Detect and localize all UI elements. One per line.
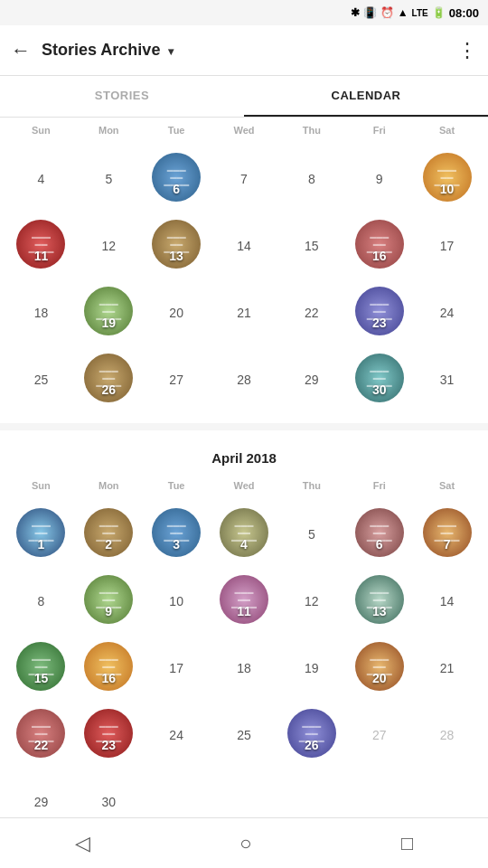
status-bar: ✱ 📳 ⏰ ▲ LTE 🔋 08:00 <box>0 0 488 25</box>
calendar-scroll-area[interactable]: Sun Mon Tue Wed Thu Fri Sat 45▬▬▬▬▬▬▬▬▬6… <box>0 118 488 859</box>
calendar-day-11[interactable]: ▬▬▬▬▬▬▬▬▬11 <box>7 213 75 275</box>
apr-day-thu: Thu <box>277 476 345 495</box>
calendar-day-20[interactable]: ▬▬▬▬▬▬▬▬▬20 <box>345 636 413 697</box>
calendar-day-13[interactable]: ▬▬▬▬▬▬▬▬▬13 <box>345 569 413 630</box>
calendar-day-4[interactable]: ▬▬▬▬▬▬▬▬▬4 <box>211 502 278 563</box>
day-header-mon: Mon <box>75 121 143 139</box>
calendar-day-4: 4 <box>7 146 75 208</box>
calendar-day-23[interactable]: ▬▬▬▬▬▬▬▬▬23 <box>75 703 143 764</box>
day-header-thu: Thu <box>277 121 345 139</box>
march-section: Sun Mon Tue Wed Thu Fri Sat 45▬▬▬▬▬▬▬▬▬6… <box>0 118 488 420</box>
calendar-day-6[interactable]: ▬▬▬▬▬▬▬▬▬6 <box>143 146 211 208</box>
calendar-day-13[interactable]: ▬▬▬▬▬▬▬▬▬13 <box>143 213 211 275</box>
calendar-day-28: 28 <box>413 703 481 764</box>
calendar-day-27: 27 <box>345 703 413 764</box>
calendar-day-18: 18 <box>211 636 278 697</box>
back-button[interactable]: ← <box>11 39 31 62</box>
calendar-day-10: 10 <box>143 569 211 630</box>
april-calendar-grid: ▬▬▬▬▬▬▬▬▬1▬▬▬▬▬▬▬▬▬2▬▬▬▬▬▬▬▬▬3▬▬▬▬▬▬▬▬▬4… <box>7 498 481 842</box>
calendar-day-5: 5 <box>75 146 143 208</box>
day-header-wed: Wed <box>211 121 278 139</box>
apr-day-tue: Tue <box>143 476 211 495</box>
day-header-sun: Sun <box>7 121 75 139</box>
apr-day-sat: Sat <box>413 476 481 495</box>
lte-icon: LTE <box>412 8 428 18</box>
calendar-day-8: 8 <box>7 569 75 630</box>
calendar-day-19[interactable]: ▬▬▬▬▬▬▬▬▬19 <box>75 280 143 342</box>
calendar-day-12: 12 <box>75 213 143 275</box>
alarm-icon: ⏰ <box>380 6 394 19</box>
calendar-day-11[interactable]: ▬▬▬▬▬▬▬▬▬11 <box>211 569 278 630</box>
calendar-day-9[interactable]: ▬▬▬▬▬▬▬▬▬9 <box>75 569 143 630</box>
calendar-day-3[interactable]: ▬▬▬▬▬▬▬▬▬3 <box>143 502 211 563</box>
status-icons: ✱ 📳 ⏰ ▲ LTE 🔋 <box>351 6 446 19</box>
calendar-day-31: 31 <box>413 347 481 409</box>
calendar-day-17: 17 <box>143 636 211 697</box>
calendar-day-10[interactable]: ▬▬▬▬▬▬▬▬▬10 <box>413 146 481 208</box>
april-month-label: April 2018 <box>7 434 481 473</box>
title-text: Stories Archive <box>42 41 160 59</box>
calendar-day-24: 24 <box>143 703 211 764</box>
calendar-day-27: 27 <box>143 347 211 409</box>
calendar-day-2[interactable]: ▬▬▬▬▬▬▬▬▬2 <box>75 502 143 563</box>
calendar-day-30[interactable]: ▬▬▬▬▬▬▬▬▬30 <box>345 347 413 409</box>
calendar-day-15: 15 <box>277 213 345 275</box>
apr-day-sun: Sun <box>7 476 75 495</box>
calendar-day-22[interactable]: ▬▬▬▬▬▬▬▬▬22 <box>7 703 75 764</box>
calendar-day-17: 17 <box>413 213 481 275</box>
calendar-day-21: 21 <box>211 280 278 342</box>
tab-calendar[interactable]: CALENDAR <box>244 76 488 117</box>
calendar-day-16[interactable]: ▬▬▬▬▬▬▬▬▬16 <box>75 636 143 697</box>
calendar-day-29: 29 <box>277 347 345 409</box>
calendar-day-15[interactable]: ▬▬▬▬▬▬▬▬▬15 <box>7 636 75 697</box>
calendar-day-19: 19 <box>277 636 345 697</box>
apr-day-fri: Fri <box>345 476 413 495</box>
calendar-day-23[interactable]: ▬▬▬▬▬▬▬▬▬23 <box>345 280 413 342</box>
march-day-headers: Sun Mon Tue Wed Thu Fri Sat <box>7 118 481 143</box>
calendar-day-9: 9 <box>345 146 413 208</box>
calendar-day-5: 5 <box>277 502 345 563</box>
calendar-day-12: 12 <box>277 569 345 630</box>
april-day-headers: Sun Mon Tue Wed Thu Fri Sat <box>7 473 481 498</box>
apr-day-mon: Mon <box>75 476 143 495</box>
april-section: April 2018 Sun Mon Tue Wed Thu Fri Sat ▬… <box>0 434 488 842</box>
apr-day-wed: Wed <box>211 476 278 495</box>
nav-back-button[interactable]: ◁ <box>57 825 108 863</box>
nav-recent-button[interactable]: □ <box>383 825 431 863</box>
calendar-day-26[interactable]: ▬▬▬▬▬▬▬▬▬26 <box>277 703 345 764</box>
calendar-day-21: 21 <box>413 636 481 697</box>
nav-home-button[interactable]: ○ <box>221 825 269 863</box>
calendar-day-7[interactable]: ▬▬▬▬▬▬▬▬▬7 <box>413 502 481 563</box>
page-title: Stories Archive ▾ <box>42 41 457 60</box>
march-calendar-grid: 45▬▬▬▬▬▬▬▬▬6789▬▬▬▬▬▬▬▬▬10▬▬▬▬▬▬▬▬▬1112▬… <box>7 143 481 420</box>
calendar-day-25: 25 <box>7 347 75 409</box>
section-divider <box>0 423 488 430</box>
battery-icon: 🔋 <box>432 6 446 19</box>
day-header-tue: Tue <box>143 121 211 139</box>
calendar-day-7: 7 <box>211 146 278 208</box>
bottom-navigation: ◁ ○ □ <box>0 817 488 868</box>
bluetooth-icon: ✱ <box>351 6 360 19</box>
calendar-day-18: 18 <box>7 280 75 342</box>
more-options-button[interactable]: ⋮ <box>457 39 477 62</box>
signal-icon: ▲ <box>398 6 408 19</box>
app-header: ← Stories Archive ▾ ⋮ <box>0 25 488 76</box>
calendar-day-26[interactable]: ▬▬▬▬▬▬▬▬▬26 <box>75 347 143 409</box>
status-time: 08:00 <box>449 6 479 20</box>
tab-stories[interactable]: STORIES <box>0 76 244 117</box>
calendar-day-16[interactable]: ▬▬▬▬▬▬▬▬▬16 <box>345 213 413 275</box>
calendar-day-1[interactable]: ▬▬▬▬▬▬▬▬▬1 <box>7 502 75 563</box>
calendar-day-28: 28 <box>211 347 278 409</box>
calendar-day-22: 22 <box>277 280 345 342</box>
day-header-sat: Sat <box>413 121 481 139</box>
calendar-day-8: 8 <box>277 146 345 208</box>
dropdown-arrow-icon[interactable]: ▾ <box>168 45 174 58</box>
calendar-day-24: 24 <box>413 280 481 342</box>
calendar-day-14: 14 <box>413 569 481 630</box>
calendar-day-14: 14 <box>211 213 278 275</box>
calendar-day-20: 20 <box>143 280 211 342</box>
calendar-day-25: 25 <box>211 703 278 764</box>
vibrate-icon: 📳 <box>363 6 377 19</box>
day-header-fri: Fri <box>345 121 413 139</box>
calendar-day-6[interactable]: ▬▬▬▬▬▬▬▬▬6 <box>345 502 413 563</box>
